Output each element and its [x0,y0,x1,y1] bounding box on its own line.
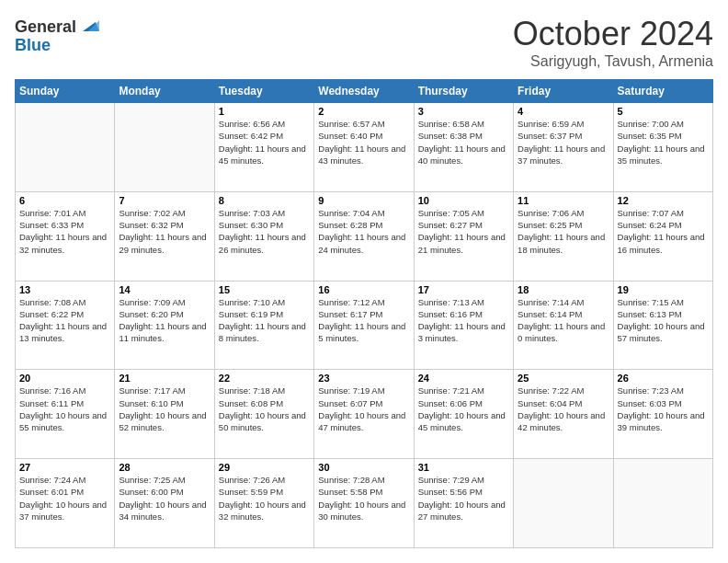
col-monday: Monday [115,80,214,103]
day-detail: Sunrise: 7:25 AMSunset: 6:00 PMDaylight:… [119,474,210,523]
day-detail: Sunrise: 7:09 AMSunset: 6:20 PMDaylight:… [119,296,210,345]
day-detail: Sunrise: 7:22 AMSunset: 6:04 PMDaylight:… [518,385,609,433]
col-sunday: Sunday [16,80,115,103]
day-number: 23 [318,373,409,384]
day-detail: Sunrise: 6:58 AMSunset: 6:38 PMDaylight:… [418,118,509,167]
day-number: 12 [618,195,709,206]
day-detail: Sunrise: 6:57 AMSunset: 6:40 PMDaylight:… [318,118,409,167]
calendar-cell [115,103,214,192]
calendar-cell: 16Sunrise: 7:12 AMSunset: 6:17 PMDayligh… [314,281,414,370]
calendar-cell: 23Sunrise: 7:19 AMSunset: 6:07 PMDayligh… [314,370,414,459]
day-number: 4 [518,106,609,117]
calendar-week-3: 20Sunrise: 7:16 AMSunset: 6:11 PMDayligh… [16,370,713,459]
col-friday: Friday [514,80,613,103]
day-number: 27 [19,462,110,473]
location: Sarigyugh, Tavush, Armenia [513,53,713,70]
day-detail: Sunrise: 7:29 AMSunset: 5:56 PMDaylight:… [418,474,509,523]
calendar-cell: 24Sunrise: 7:21 AMSunset: 6:06 PMDayligh… [414,370,513,459]
day-number: 24 [418,373,509,384]
day-number: 30 [318,462,409,473]
calendar-cell: 8Sunrise: 7:03 AMSunset: 6:30 PMDaylight… [214,191,313,281]
calendar-cell: 5Sunrise: 7:00 AMSunset: 6:35 PMDaylight… [613,103,712,192]
day-number: 17 [418,284,509,295]
page-header: General Blue October 2024 Sarigyugh, Tav… [15,15,713,70]
calendar-cell [16,103,115,192]
day-detail: Sunrise: 7:26 AMSunset: 5:59 PMDaylight:… [219,474,310,523]
day-detail: Sunrise: 7:12 AMSunset: 6:17 PMDaylight:… [318,296,409,345]
calendar-cell: 1Sunrise: 6:56 AMSunset: 6:42 PMDaylight… [214,103,313,192]
day-detail: Sunrise: 7:04 AMSunset: 6:28 PMDaylight:… [318,207,409,256]
day-number: 8 [219,195,310,206]
day-detail: Sunrise: 7:16 AMSunset: 6:11 PMDaylight:… [19,385,110,433]
logo-icon [79,15,99,35]
logo-blue: Blue [15,37,99,55]
calendar-cell: 10Sunrise: 7:05 AMSunset: 6:27 PMDayligh… [414,191,513,281]
day-detail: Sunrise: 7:06 AMSunset: 6:25 PMDaylight:… [518,207,609,256]
calendar-cell: 17Sunrise: 7:13 AMSunset: 6:16 PMDayligh… [414,281,513,370]
calendar-cell: 15Sunrise: 7:10 AMSunset: 6:19 PMDayligh… [214,281,313,370]
calendar-cell: 18Sunrise: 7:14 AMSunset: 6:14 PMDayligh… [514,281,613,370]
day-number: 9 [318,195,409,206]
day-detail: Sunrise: 7:02 AMSunset: 6:32 PMDaylight:… [119,207,210,256]
calendar-cell: 7Sunrise: 7:02 AMSunset: 6:32 PMDaylight… [115,191,214,281]
calendar-cell: 13Sunrise: 7:08 AMSunset: 6:22 PMDayligh… [16,281,115,370]
day-detail: Sunrise: 7:07 AMSunset: 6:24 PMDaylight:… [618,207,709,256]
calendar-cell: 11Sunrise: 7:06 AMSunset: 6:25 PMDayligh… [514,191,613,281]
day-detail: Sunrise: 7:01 AMSunset: 6:33 PMDaylight:… [19,207,110,256]
calendar-week-1: 6Sunrise: 7:01 AMSunset: 6:33 PMDaylight… [16,191,713,281]
day-number: 7 [119,195,210,206]
day-detail: Sunrise: 7:21 AMSunset: 6:06 PMDaylight:… [418,385,509,433]
calendar-cell: 25Sunrise: 7:22 AMSunset: 6:04 PMDayligh… [514,370,613,459]
calendar-cell: 30Sunrise: 7:28 AMSunset: 5:58 PMDayligh… [314,459,414,548]
day-detail: Sunrise: 7:19 AMSunset: 6:07 PMDaylight:… [318,385,409,433]
day-number: 2 [318,106,409,117]
calendar-cell [613,459,712,548]
day-number: 16 [318,284,409,295]
day-number: 25 [518,373,609,384]
day-detail: Sunrise: 7:13 AMSunset: 6:16 PMDaylight:… [418,296,509,345]
day-number: 29 [219,462,310,473]
calendar-cell: 14Sunrise: 7:09 AMSunset: 6:20 PMDayligh… [115,281,214,370]
calendar-cell: 20Sunrise: 7:16 AMSunset: 6:11 PMDayligh… [16,370,115,459]
day-number: 13 [19,284,110,295]
day-number: 3 [418,106,509,117]
calendar-cell: 9Sunrise: 7:04 AMSunset: 6:28 PMDaylight… [314,191,414,281]
calendar-cell: 4Sunrise: 6:59 AMSunset: 6:37 PMDaylight… [514,103,613,192]
day-detail: Sunrise: 7:10 AMSunset: 6:19 PMDaylight:… [219,296,310,345]
day-number: 22 [219,373,310,384]
day-detail: Sunrise: 6:59 AMSunset: 6:37 PMDaylight:… [518,118,609,167]
calendar-week-0: 1Sunrise: 6:56 AMSunset: 6:42 PMDaylight… [16,103,713,192]
day-detail: Sunrise: 7:14 AMSunset: 6:14 PMDaylight:… [518,296,609,345]
day-detail: Sunrise: 7:23 AMSunset: 6:03 PMDaylight:… [618,385,709,433]
day-number: 18 [518,284,609,295]
day-number: 21 [119,373,210,384]
svg-marker-1 [88,20,99,31]
col-saturday: Saturday [613,80,712,103]
col-wednesday: Wednesday [314,80,414,103]
calendar-week-4: 27Sunrise: 7:24 AMSunset: 6:01 PMDayligh… [16,459,713,548]
calendar-week-2: 13Sunrise: 7:08 AMSunset: 6:22 PMDayligh… [16,281,713,370]
calendar-cell: 19Sunrise: 7:15 AMSunset: 6:13 PMDayligh… [613,281,712,370]
calendar-cell: 12Sunrise: 7:07 AMSunset: 6:24 PMDayligh… [613,191,712,281]
day-number: 6 [19,195,110,206]
calendar-cell: 27Sunrise: 7:24 AMSunset: 6:01 PMDayligh… [16,459,115,548]
title-block: October 2024 Sarigyugh, Tavush, Armenia [513,15,713,70]
day-detail: Sunrise: 7:08 AMSunset: 6:22 PMDaylight:… [19,296,110,345]
day-detail: Sunrise: 7:24 AMSunset: 6:01 PMDaylight:… [19,474,110,523]
day-detail: Sunrise: 6:56 AMSunset: 6:42 PMDaylight:… [219,118,310,167]
day-number: 31 [418,462,509,473]
calendar-cell: 26Sunrise: 7:23 AMSunset: 6:03 PMDayligh… [613,370,712,459]
day-detail: Sunrise: 7:00 AMSunset: 6:35 PMDaylight:… [618,118,709,167]
day-detail: Sunrise: 7:05 AMSunset: 6:27 PMDaylight:… [418,207,509,256]
col-thursday: Thursday [414,80,513,103]
day-number: 15 [219,284,310,295]
day-number: 5 [618,106,709,117]
calendar-cell: 6Sunrise: 7:01 AMSunset: 6:33 PMDaylight… [16,191,115,281]
day-number: 14 [119,284,210,295]
day-number: 20 [19,373,110,384]
calendar-cell: 3Sunrise: 6:58 AMSunset: 6:38 PMDaylight… [414,103,513,192]
day-number: 10 [418,195,509,206]
logo: General Blue [15,15,99,55]
col-tuesday: Tuesday [214,80,313,103]
day-number: 1 [219,106,310,117]
